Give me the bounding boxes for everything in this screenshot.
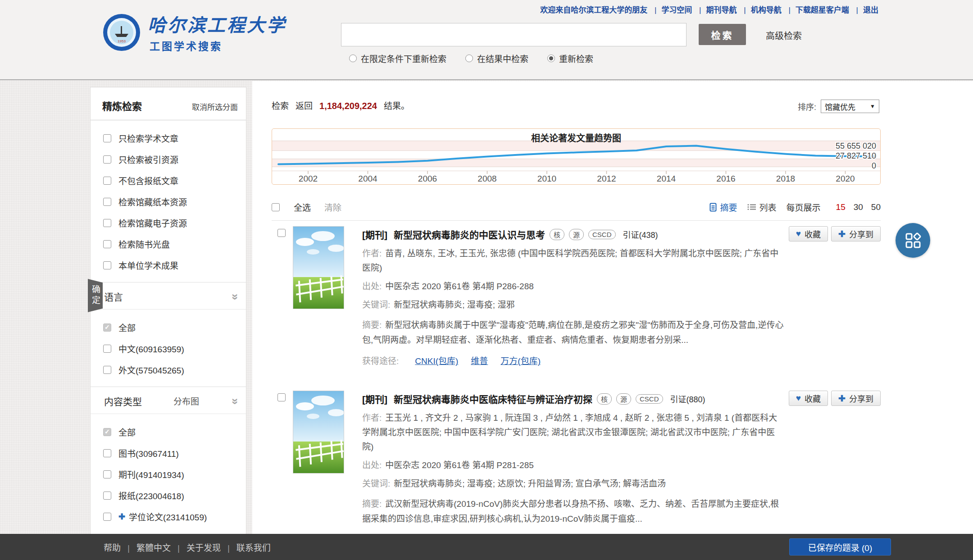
checkbox[interactable]	[103, 155, 111, 164]
result-thumbnail[interactable]	[293, 226, 344, 309]
select-all-checkbox[interactable]	[272, 203, 280, 211]
org-nav-link[interactable]: 机构导航	[739, 6, 781, 14]
language-all[interactable]: 全部	[91, 317, 246, 338]
citation-count-link[interactable]: 引证(438)	[623, 228, 658, 240]
result-checkbox[interactable]	[277, 229, 286, 237]
checkbox[interactable]	[103, 513, 111, 521]
checkbox[interactable]	[103, 492, 111, 500]
cancel-facets-link[interactable]: 取消所选分面	[192, 101, 238, 112]
apps-floating-button[interactable]	[896, 223, 930, 258]
results-panel: 检索 返回 1,184,209,224 结果。 排序: 馆藏优先 ▼ 相关论著发…	[252, 81, 973, 560]
heart-icon: ♥	[796, 393, 801, 403]
distribution-map-link[interactable]: 分布图	[173, 395, 199, 407]
footer: 帮助 繁體中文 关于发现 联系我们 已保存的题录 (0)	[0, 534, 973, 560]
traditional-chinese-link[interactable]: 繁體中文	[121, 541, 171, 553]
site-name: 工图学术搜索	[150, 38, 286, 53]
refine-option-no-newspaper[interactable]: 不包含报纸文章	[91, 170, 246, 191]
checkbox[interactable]	[103, 198, 111, 206]
per-page-30[interactable]: 30	[854, 202, 863, 212]
plus-icon: ✚	[838, 229, 846, 239]
access-weipu-link[interactable]: 维普	[471, 354, 488, 366]
result-title-link[interactable]: 新型冠状病毒肺炎中医临床特征与辨证治疗初探	[394, 392, 592, 405]
refine-option-institution-output[interactable]: 本单位学术成果	[91, 255, 246, 276]
content-type-section-header: 内容类型 分布图 »	[91, 387, 246, 414]
content-type-all[interactable]: 全部	[91, 421, 246, 442]
top-links: 欢迎来自哈尔滨工程大学的朋友 学习空间 期刊导航 机构导航 下载超星客户端 退出	[540, 4, 878, 15]
collect-button[interactable]: ♥ 收藏	[789, 391, 828, 406]
access-cnki-link[interactable]: CNKI(包库)	[415, 354, 458, 366]
refine-option-cited-only[interactable]: 只检索被引资源	[91, 149, 246, 170]
checkbox[interactable]	[103, 345, 111, 353]
expand-plus-icon[interactable]: ✚	[118, 512, 125, 522]
confirm-button[interactable]: 确定	[88, 279, 103, 312]
logout-link[interactable]: 退出	[851, 6, 878, 14]
language-options-group: 全部 中文(609163959) 外文(575045265)	[91, 310, 246, 387]
content-type-newspapers[interactable]: 报纸(223004618)	[91, 485, 246, 506]
plus-icon: ✚	[838, 393, 846, 404]
refine-option-cdrom[interactable]: 检索随书光盘	[91, 233, 246, 255]
contact-link[interactable]: 联系我们	[221, 541, 271, 553]
site-logo[interactable]: 1953 哈尔滨工程大学 工图学术搜索	[103, 14, 286, 53]
list-view-icon[interactable]	[747, 204, 756, 210]
saved-records-button[interactable]: 已保存的题录 (0)	[789, 538, 891, 555]
search-input[interactable]	[341, 23, 687, 46]
checkbox[interactable]	[103, 428, 111, 436]
checkbox[interactable]	[103, 134, 111, 142]
language-chinese[interactable]: 中文(609163959)	[91, 338, 246, 359]
citation-count-link[interactable]: 引证(880)	[670, 393, 705, 405]
results-list: [期刊] 新型冠状病毒肺炎的中医认识与思考 核 源 CSCD 引证(438) ♥…	[272, 226, 881, 560]
refine-option-electronic-holdings[interactable]: 检索馆藏电子资源	[91, 212, 246, 233]
y-tick-zero: 0	[872, 161, 876, 170]
chevron-double-down-icon[interactable]: »	[228, 294, 242, 299]
download-client-link[interactable]: 下载超星客户端	[783, 6, 849, 14]
refine-option-academic-only[interactable]: 只检索学术文章	[91, 127, 246, 149]
checkbox[interactable]	[103, 219, 111, 227]
chevron-double-down-icon[interactable]: »	[228, 398, 242, 403]
source-line: 出处:中医杂志 2020 第61卷 第4期 P281-285	[362, 458, 786, 473]
checkbox[interactable]	[103, 323, 111, 332]
share-button[interactable]: ✚ 分享到	[831, 226, 881, 241]
refine-option-print-holdings[interactable]: 检索馆藏纸本资源	[91, 191, 246, 212]
checkbox[interactable]	[103, 470, 111, 478]
abstract-view-button[interactable]: 摘要	[720, 201, 737, 213]
result-checkbox[interactable]	[277, 393, 286, 401]
result-item: [期刊] 新型冠状病毒肺炎中医临床特征与辨证治疗初探 核 源 CSCD 引证(8…	[272, 391, 881, 545]
content-type-journals[interactable]: 期刊(491401934)	[91, 464, 246, 485]
radio-icon[interactable]	[465, 55, 473, 62]
access-wanfang-link[interactable]: 万方(包库)	[500, 354, 541, 366]
x-tick: 2010	[537, 174, 556, 183]
abstract-line: 摘要:武汉新型冠状病毒(2019-nCoV)肺炎大部分患者以身热不扬、咳嗽、乏力…	[362, 496, 786, 526]
per-page-label: 每页展示	[787, 201, 821, 213]
search-mode-refine-within-limits[interactable]: 在限定条件下重新检索	[349, 52, 446, 64]
clear-selection-link[interactable]: 清除	[324, 201, 341, 213]
search-button[interactable]: 检索	[699, 24, 746, 45]
checkbox[interactable]	[103, 261, 111, 269]
search-mode-within-results[interactable]: 在结果中检索	[465, 52, 528, 64]
checkbox[interactable]	[103, 449, 111, 457]
checkbox[interactable]	[103, 366, 111, 374]
advanced-search-link[interactable]: 高级检索	[766, 29, 802, 42]
language-foreign[interactable]: 外文(575045265)	[91, 359, 246, 380]
journal-nav-link[interactable]: 期刊导航	[694, 6, 737, 14]
result-title-link[interactable]: 新型冠状病毒肺炎的中医认识与思考	[394, 228, 545, 241]
content-type-books[interactable]: 图书(30967411)	[91, 442, 246, 464]
radio-icon[interactable]	[349, 55, 357, 62]
radio-icon[interactable]	[547, 55, 555, 62]
select-all-label[interactable]: 全选	[294, 201, 311, 213]
checkbox[interactable]	[103, 177, 111, 185]
collect-button[interactable]: ♥ 收藏	[789, 226, 828, 241]
study-space-link[interactable]: 学习空间	[650, 6, 692, 14]
share-button[interactable]: ✚ 分享到	[831, 391, 881, 406]
content-type-theses[interactable]: ✚ 学位论文(23141059)	[91, 506, 246, 527]
chart-title: 相关论著发文量趋势图	[272, 131, 880, 144]
help-link[interactable]: 帮助	[104, 541, 121, 553]
sort-select[interactable]: 馆藏优先 ▼	[821, 100, 879, 113]
result-thumbnail[interactable]	[293, 391, 344, 473]
list-view-button[interactable]: 列表	[759, 201, 777, 213]
search-mode-new-search[interactable]: 重新检索	[547, 52, 593, 64]
per-page-50[interactable]: 50	[871, 202, 881, 212]
about-link[interactable]: 关于发现	[171, 541, 221, 553]
checkbox[interactable]	[103, 240, 111, 248]
abstract-view-icon[interactable]	[709, 203, 717, 212]
per-page-15[interactable]: 15	[836, 202, 846, 212]
